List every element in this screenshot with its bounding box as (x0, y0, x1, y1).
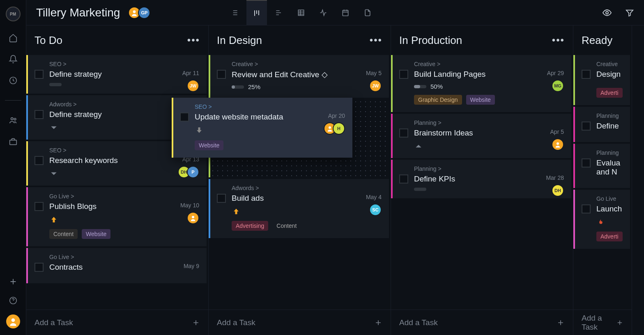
column-title: To Do (34, 34, 62, 47)
task-checkbox[interactable] (34, 156, 44, 165)
activity-view-tab[interactable] (313, 0, 334, 25)
assignee-avatar[interactable]: JW (187, 80, 199, 92)
task-checkbox[interactable] (217, 194, 226, 203)
task-card[interactable]: Planning > Define KPIs Mar 28 DH (391, 160, 571, 198)
task-card[interactable]: Creative Design Adverti (573, 55, 630, 105)
task-checkbox[interactable] (34, 263, 44, 272)
add-task-button[interactable]: Add a Task (391, 310, 573, 335)
svg-point-13 (329, 126, 331, 129)
card-title: Publish Blogs (49, 202, 199, 211)
filter-icon[interactable] (625, 8, 634, 17)
assignee-avatar[interactable]: DH (552, 184, 564, 197)
card-breadcrumb: SEO > (49, 61, 199, 67)
card-breadcrumb: Go Live > (49, 254, 199, 260)
tag-website[interactable]: Website (195, 140, 223, 150)
task-card[interactable]: Go Live > Contracts May 9 (26, 248, 207, 283)
user-avatar[interactable] (6, 314, 20, 328)
card-date: Apr 11 (182, 70, 199, 76)
assignee-avatar[interactable]: SC (369, 204, 382, 216)
task-card[interactable]: Go Live Launch Adverti (573, 190, 630, 249)
svg-point-2 (14, 118, 16, 120)
add-icon[interactable] (8, 277, 18, 287)
help-icon[interactable] (8, 296, 18, 305)
dragging-card[interactable]: SEO > Update website metadata Website Ap… (172, 98, 352, 158)
task-checkbox[interactable] (217, 70, 226, 79)
task-checkbox[interactable] (34, 110, 44, 119)
tag[interactable]: Graphic Design (414, 95, 462, 105)
task-card[interactable]: Planning Define (573, 107, 630, 142)
tag[interactable]: Content (49, 229, 78, 239)
task-checkbox[interactable] (399, 128, 408, 138)
task-checkbox[interactable] (399, 174, 408, 184)
task-card[interactable]: SEO > Define strategy Apr 11 JW (26, 55, 207, 94)
card-breadcrumb: Planning (596, 149, 623, 156)
task-checkbox[interactable] (582, 158, 591, 168)
team-icon[interactable] (8, 115, 18, 125)
progress-text: 50% (430, 83, 443, 90)
task-checkbox[interactable] (582, 70, 591, 79)
tag[interactable]: Advertising (232, 221, 268, 231)
board-column: In Design••• Creative > Review and Edit … (209, 25, 391, 335)
task-card[interactable]: Adwords > Build ads AdvertisingContent M… (209, 179, 389, 238)
task-checkbox[interactable] (34, 70, 44, 79)
recent-icon[interactable] (8, 76, 18, 85)
svg-point-6 (11, 318, 15, 322)
task-card[interactable]: Creative > Build Landing Pages 50% Graph… (391, 55, 571, 112)
visibility-icon[interactable] (602, 8, 612, 18)
tag[interactable]: Content (272, 221, 301, 231)
task-checkbox[interactable] (582, 122, 591, 131)
column-menu-icon[interactable]: ••• (552, 34, 565, 46)
card-title: Define (596, 122, 623, 131)
card-breadcrumb: SEO > (195, 103, 345, 110)
sheet-view-tab[interactable] (291, 0, 311, 25)
card-breadcrumb: Adwords > (232, 185, 382, 191)
column-title: In Design (217, 34, 262, 47)
home-icon[interactable] (8, 33, 18, 43)
board-view-tab[interactable] (246, 0, 267, 25)
task-checkbox[interactable] (34, 202, 44, 211)
task-checkbox[interactable] (180, 112, 189, 122)
task-card[interactable]: Planning > Brainstorm Ideas Apr 5 (391, 114, 571, 158)
notifications-icon[interactable] (8, 54, 18, 64)
task-card[interactable]: Creative > Review and Edit Creative ◇ 25… (209, 55, 389, 98)
add-task-button[interactable]: Add a Task (26, 310, 208, 335)
tag[interactable]: Website (82, 229, 110, 239)
column-header: In Production••• (391, 25, 573, 55)
app-logo[interactable]: PM (6, 7, 21, 21)
column-header: Ready (573, 25, 632, 55)
priority-high-icon (49, 215, 58, 224)
add-task-button[interactable]: Add a Task (209, 310, 391, 335)
progress-bar (49, 83, 62, 86)
gantt-view-tab[interactable] (269, 0, 289, 25)
card-date: May 10 (180, 202, 199, 209)
assignee-avatar[interactable] (187, 212, 199, 224)
column-menu-icon[interactable]: ••• (370, 34, 382, 46)
board-column: To Do••• SEO > Define strategy Apr 11 JW… (26, 25, 209, 335)
project-members[interactable]: GP (128, 7, 150, 19)
assignee-avatar[interactable]: MG (552, 80, 564, 92)
briefcase-icon[interactable] (8, 137, 18, 147)
assignee-avatar[interactable]: H (333, 122, 345, 135)
calendar-view-tab[interactable] (335, 0, 356, 25)
tag[interactable]: Website (466, 95, 495, 105)
priority-high-icon (232, 207, 241, 216)
tag[interactable]: Adverti (596, 232, 623, 241)
add-task-button[interactable]: Add a Task (573, 310, 632, 335)
column-menu-icon[interactable]: ••• (187, 34, 200, 46)
assignee-avatar[interactable] (552, 138, 564, 151)
files-view-tab[interactable] (357, 0, 378, 25)
member-avatar[interactable]: GP (138, 7, 150, 19)
task-card[interactable]: Go Live > Publish Blogs ContentWebsite M… (26, 187, 207, 246)
task-checkbox[interactable] (582, 204, 591, 213)
card-title: Build ads (232, 194, 382, 203)
task-checkbox[interactable] (399, 70, 408, 79)
board-column: In Production••• Creative > Build Landin… (391, 25, 573, 335)
assignee-avatar[interactable]: JW (369, 80, 382, 92)
column-header: In Design••• (209, 25, 391, 55)
assignee-avatar[interactable]: P (187, 166, 199, 178)
list-view-tab[interactable] (224, 0, 245, 25)
card-breadcrumb: Planning (596, 112, 623, 119)
task-card[interactable]: Planning Evalua and N (573, 144, 630, 188)
tag[interactable]: Adverti (596, 88, 623, 98)
add-task-label: Add a Task (582, 314, 616, 332)
